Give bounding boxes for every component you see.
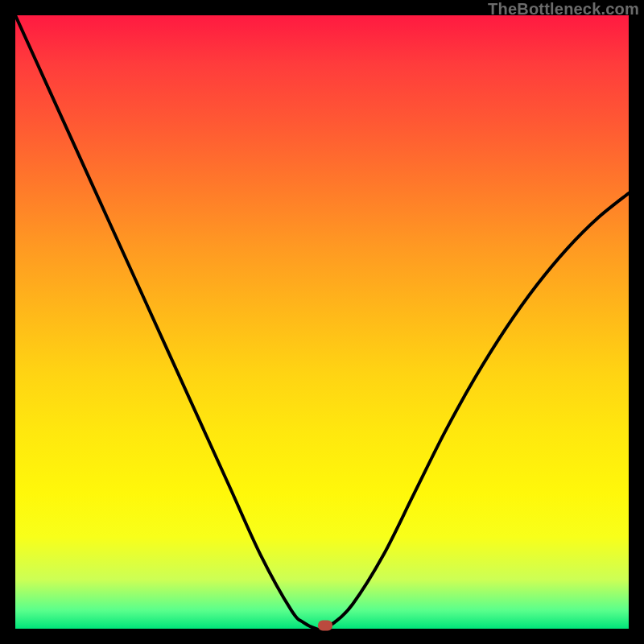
chart-frame: TheBottleneck.com — [0, 0, 644, 644]
watermark-text: TheBottleneck.com — [488, 0, 639, 19]
plot-area — [15, 15, 629, 629]
optimum-marker — [318, 621, 332, 631]
bottleneck-curve — [15, 15, 629, 629]
